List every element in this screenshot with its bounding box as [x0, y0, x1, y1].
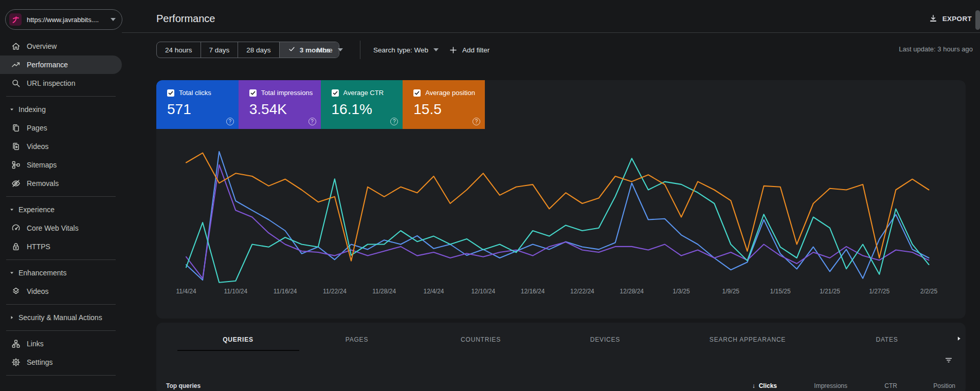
x-axis-label: 1/27/25 [869, 288, 890, 295]
chevron-right-icon [955, 335, 963, 342]
metric-label: Average CTR [343, 89, 384, 97]
series-ctr- [186, 158, 929, 282]
table-filter-button[interactable] [944, 356, 953, 367]
search-type-label: Search type: Web [373, 46, 428, 54]
column-header-impressions[interactable]: Impressions [814, 382, 847, 389]
tab-devices[interactable]: DEVICES [545, 330, 666, 343]
sidebar-item-videos-indexing[interactable]: Videos [0, 137, 122, 156]
search-icon [11, 78, 21, 88]
caret-right-icon[interactable] [8, 314, 15, 321]
sidebar-item-url-inspection[interactable]: URL inspection [0, 74, 122, 92]
sidebar-item-security-manual-actions[interactable]: Security & Manual Actions [0, 308, 122, 327]
help-icon[interactable]: ? [226, 118, 234, 125]
layers-icon [11, 286, 21, 296]
metric-checkbox[interactable] [249, 89, 257, 97]
metric-card-total-clicks[interactable]: Total clicks571? [156, 80, 239, 129]
gear-icon [11, 357, 21, 367]
date-range-chip-label: 28 days [246, 46, 270, 54]
scrollbar[interactable] [975, 10, 980, 30]
property-url: https://www.javrabbits.... [27, 16, 105, 24]
metric-checkbox[interactable] [332, 89, 339, 97]
tabs-overflow-arrow[interactable] [955, 335, 963, 344]
help-icon[interactable]: ? [390, 118, 398, 125]
sidebar-item-links[interactable]: Links [0, 334, 122, 353]
date-range-chip-24-hours[interactable]: 24 hours [157, 42, 201, 58]
sidebar-item-label: Sitemaps [27, 161, 57, 169]
sidebar-item-experience[interactable]: Experience [0, 200, 122, 219]
more-ranges-button[interactable]: More [317, 42, 343, 58]
tab-dates[interactable]: DATES [826, 330, 948, 343]
metric-checkbox[interactable] [167, 89, 174, 97]
sidebar-item-enhancements[interactable]: Enhancements [0, 264, 122, 282]
tab-queries[interactable]: QUERIES [177, 330, 299, 343]
download-icon [929, 14, 938, 23]
filter-separator [360, 41, 360, 59]
x-axis-label: 2/2/25 [920, 288, 938, 295]
trending-up-icon [11, 60, 21, 70]
sidebar-divider [6, 259, 116, 260]
add-filter-label: Add filter [462, 46, 489, 54]
check-icon [288, 45, 296, 54]
sidebar-item-https[interactable]: HTTPS [0, 237, 122, 256]
tab-search-appearance[interactable]: SEARCH APPEARANCE [687, 330, 809, 343]
metric-card-average-ctr[interactable]: Average CTR16.1%? [321, 80, 403, 129]
date-range-chip-7-days[interactable]: 7 days [201, 42, 238, 58]
performance-chart-card: 11/4/2411/10/2411/16/2411/22/2411/28/241… [156, 80, 966, 319]
tab-countries[interactable]: COUNTRIES [420, 330, 542, 343]
add-filter-button[interactable]: Add filter [449, 42, 489, 58]
sidebar-item-label: Settings [27, 358, 53, 366]
x-axis-label: 11/10/24 [224, 288, 247, 295]
sidebar-item-indexing[interactable]: Indexing [0, 100, 122, 119]
metric-value: 16.1% [332, 101, 403, 118]
sidebar-item-core-web-vitals[interactable]: Core Web Vitals [0, 219, 122, 237]
video-page-icon [11, 141, 21, 152]
date-range-chip-label: 7 days [209, 46, 230, 54]
sidebar-divider [6, 375, 116, 376]
column-header-position[interactable]: Position [933, 382, 955, 389]
sidebar-item-sitemaps[interactable]: Sitemaps [0, 156, 122, 174]
tab-pages[interactable]: PAGES [296, 330, 418, 343]
lock-icon [11, 241, 21, 252]
sidebar-item-label: Videos [27, 142, 49, 151]
visibility-off-icon [11, 178, 21, 189]
sidebar-item-videos-enhancements[interactable]: Videos [0, 282, 122, 301]
date-range-segmented-control: 24 hours7 days28 days3 months [156, 42, 339, 58]
filter-icon [944, 356, 953, 365]
x-axis-label: 11/22/24 [323, 288, 347, 295]
column-header-ctr[interactable]: CTR [884, 382, 897, 389]
x-axis-label: 1/21/25 [820, 288, 840, 295]
search-type-filter[interactable]: Search type: Web [373, 42, 439, 58]
caret-down-icon[interactable] [8, 269, 15, 276]
last-update-text: Last update: 3 hours ago [899, 45, 973, 53]
export-button[interactable]: EXPORT [929, 14, 972, 23]
metric-card-average-position[interactable]: Average position15.5? [403, 80, 485, 129]
sidebar-divider [6, 330, 116, 331]
caret-down-icon[interactable] [8, 206, 15, 213]
sidebar-item-label: Links [27, 340, 44, 348]
sidebar-item-settings[interactable]: Settings [0, 353, 122, 371]
help-icon[interactable]: ? [308, 118, 316, 125]
search-icon [11, 78, 21, 88]
date-range-chip-28-days[interactable]: 28 days [238, 42, 279, 58]
sidebar-item-pages[interactable]: Pages [0, 119, 122, 137]
metric-label: Total impressions [261, 89, 313, 97]
pages-icon [11, 123, 21, 133]
date-range-chip-label: 24 hours [165, 46, 192, 54]
metric-checkbox[interactable] [413, 89, 421, 97]
sidebar-section-label: Enhancements [19, 269, 66, 277]
column-header-clicks[interactable]: ↓Clicks [752, 382, 777, 389]
property-selector[interactable]: https://www.javrabbits.... [5, 9, 122, 30]
caret-down-icon[interactable] [8, 106, 15, 113]
sidebar-divider [6, 304, 116, 305]
sort-arrow-icon: ↓ [752, 382, 755, 389]
gear-icon [11, 357, 21, 367]
sidebar-item-label: Performance [27, 61, 68, 69]
sidebar-section-label: Indexing [19, 105, 46, 114]
help-icon[interactable]: ? [473, 118, 480, 125]
metric-card-total-impressions[interactable]: Total impressions3.54K? [239, 80, 321, 129]
sitemap-icon [11, 160, 21, 170]
sidebar-item-removals[interactable]: Removals [0, 174, 122, 193]
x-axis-label: 1/3/25 [673, 288, 690, 295]
chevron-down-icon [433, 48, 439, 51]
trending-up-icon [11, 60, 21, 70]
